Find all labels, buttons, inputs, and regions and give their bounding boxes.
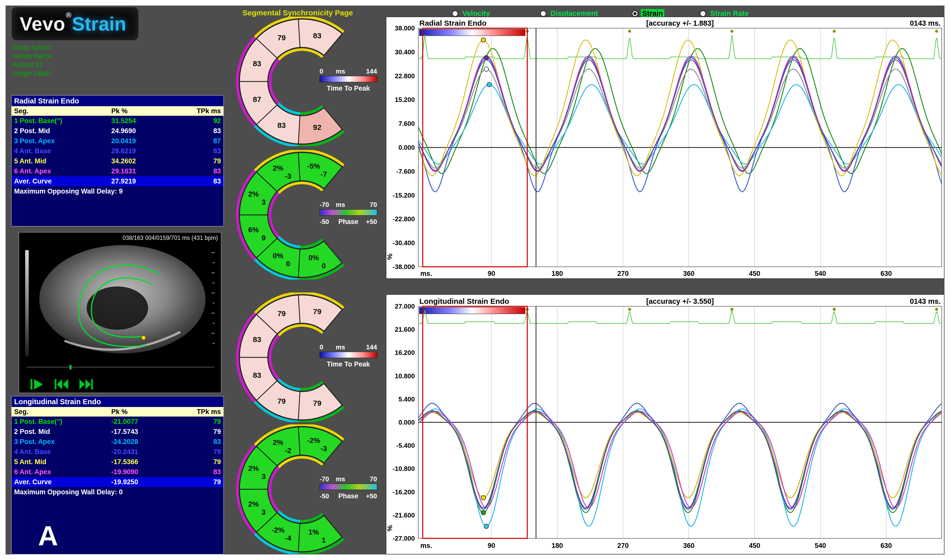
peak-value-cell: -20.2431 bbox=[111, 447, 176, 457]
svg-text:83: 83 bbox=[253, 59, 261, 68]
table-row[interactable]: 1 Post. Base(")31.525492 bbox=[12, 116, 224, 126]
svg-text:270: 270 bbox=[617, 542, 629, 549]
table-row[interactable]: Aver. Curve27.921983 bbox=[12, 176, 224, 186]
radio-icon[interactable] bbox=[632, 10, 638, 17]
time-to-peak-cell: 83 bbox=[175, 467, 221, 477]
time-to-peak-cell: 79 bbox=[175, 417, 221, 427]
segment-name-cell: 6 Ant. Apex bbox=[14, 467, 111, 477]
time-to-peak-cell: 79 bbox=[175, 447, 221, 457]
skip-back-button[interactable] bbox=[52, 378, 71, 391]
peak-value-cell: 31.5254 bbox=[111, 116, 176, 126]
table-row[interactable]: 2 Post. Mid24.969083 bbox=[12, 126, 224, 136]
svg-text:-27.000: -27.000 bbox=[393, 535, 415, 542]
svg-text:Phase: Phase bbox=[338, 492, 358, 500]
table-row[interactable]: Aver. Curve-19.925079 bbox=[12, 477, 224, 487]
svg-text:Phase: Phase bbox=[338, 218, 358, 226]
longitudinal-strain-table-panel: Longitudinal Strain Endo Seg. Pk % TPk m… bbox=[11, 396, 224, 554]
table-row[interactable]: 3 Post. Apex20.041987 bbox=[12, 136, 224, 146]
tgc-bar bbox=[25, 250, 29, 356]
svg-text:ms.: ms. bbox=[420, 542, 432, 549]
radial-strain-table-panel: Radial Strain Endo Seg. Pk % TPk ms 1 Po… bbox=[11, 95, 224, 226]
svg-text:3: 3 bbox=[261, 508, 265, 516]
y-axis-unit-label: % bbox=[386, 525, 394, 531]
time-to-peak-cell: 92 bbox=[175, 116, 221, 126]
peak-value-cell: -19.9090 bbox=[111, 467, 176, 477]
svg-text:Time To Peak: Time To Peak bbox=[327, 85, 370, 92]
radio-icon[interactable] bbox=[700, 10, 706, 17]
play-button[interactable] bbox=[28, 378, 47, 391]
svg-text:450: 450 bbox=[749, 542, 760, 549]
peak-value-cell: -21.0077 bbox=[111, 417, 176, 427]
cine-frame-caption: 038/163 004/0159/701 ms (431 bpm) bbox=[123, 235, 218, 242]
svg-text:-15.200: -15.200 bbox=[393, 192, 415, 199]
table-row[interactable]: 4 Ant. Base-20.243179 bbox=[12, 447, 224, 457]
col-header-seg: Seg. bbox=[14, 106, 111, 116]
radial-strain-chart-panel[interactable]: Radial Strain Endo[accuracy +/- 1.883]01… bbox=[386, 17, 944, 279]
segment-name-cell: 5 Ant. Mid bbox=[14, 457, 111, 467]
skip-forward-button[interactable] bbox=[76, 378, 96, 391]
svg-text:-38.000: -38.000 bbox=[393, 263, 415, 271]
vevo-strain-logo: Vevo ® Strain bbox=[12, 7, 139, 40]
peak-marker bbox=[487, 82, 492, 87]
radial-strain-chart[interactable]: Radial Strain Endo[accuracy +/- 1.883]01… bbox=[386, 17, 944, 278]
app-background: Vevo ® Strain Study Name: Series Name: A… bbox=[6, 6, 944, 554]
peak-value-cell: -17.5366 bbox=[111, 457, 176, 467]
table-row[interactable]: 5 Ant. Mid-17.536679 bbox=[12, 457, 224, 467]
logo-strain-text: Strain bbox=[72, 13, 126, 35]
bullseye-phase-radial: -5%-72%-32%36%90%00%0-70ms70-50Phase+50 bbox=[236, 150, 392, 280]
svg-text:-2%: -2% bbox=[271, 526, 285, 534]
time-to-peak-cell: 83 bbox=[175, 176, 221, 186]
svg-text:3: 3 bbox=[261, 198, 265, 206]
svg-text:+50: +50 bbox=[366, 492, 377, 500]
radial-table-title: Radial Strain Endo bbox=[12, 95, 224, 106]
tracking-point-marker bbox=[142, 336, 146, 340]
peak-value-cell: 28.6219 bbox=[111, 146, 176, 156]
svg-text:83: 83 bbox=[253, 335, 261, 343]
svg-text:ms: ms bbox=[336, 475, 345, 483]
time-to-peak-cell: 83 bbox=[175, 126, 221, 136]
table-row[interactable]: 3 Post. Apex-24.202883 bbox=[12, 437, 224, 447]
peak-marker bbox=[484, 524, 489, 529]
svg-text:-2%: -2% bbox=[307, 437, 320, 445]
svg-text:79: 79 bbox=[277, 397, 285, 405]
svg-text:-30.400: -30.400 bbox=[393, 239, 415, 247]
longitudinal-table-rows: 1 Post. Base(")-21.0077792 Post. Mid-17.… bbox=[12, 417, 224, 487]
table-row[interactable]: 2 Post. Mid-17.574379 bbox=[12, 427, 224, 437]
accuracy-label: [accuracy +/- 1.883] bbox=[646, 19, 714, 27]
chart-title: Longitudinal Strain Endo bbox=[419, 297, 509, 305]
series-name-label: Series Name: bbox=[12, 52, 54, 60]
segment-name-cell: 5 Ant. Mid bbox=[14, 156, 111, 166]
peak-value-cell: -24.2028 bbox=[111, 437, 176, 447]
strain-curve-1-post-base bbox=[418, 49, 942, 174]
svg-text:21.600: 21.600 bbox=[395, 326, 415, 333]
svg-text:15.200: 15.200 bbox=[395, 96, 415, 103]
svg-text:3: 3 bbox=[261, 472, 265, 480]
svg-text:-4: -4 bbox=[285, 534, 291, 542]
cine-scrubber-handle[interactable] bbox=[69, 365, 71, 369]
svg-text:79: 79 bbox=[277, 309, 285, 318]
col-header-tpk: TPk ms bbox=[175, 106, 221, 116]
svg-text:16.200: 16.200 bbox=[395, 349, 415, 356]
table-row[interactable]: 5 Ant. Mid34.260279 bbox=[12, 156, 224, 166]
longitudinal-strain-chart-panel[interactable]: Longitudinal Strain Endo[accuracy +/- 3.… bbox=[386, 294, 944, 554]
cine-scrubber-track[interactable] bbox=[27, 366, 214, 368]
ultrasound-cine-panel[interactable]: 038/163 004/0159/701 ms (431 bpm) bbox=[19, 232, 221, 393]
svg-text:70: 70 bbox=[370, 201, 377, 208]
radial-table-header: Seg. Pk % TPk ms bbox=[12, 106, 224, 116]
figure-panel-letter: A bbox=[38, 520, 58, 551]
longitudinal-strain-chart[interactable]: Longitudinal Strain Endo[accuracy +/- 3.… bbox=[386, 295, 944, 554]
svg-text:540: 540 bbox=[815, 270, 826, 277]
peak-value-cell: 29.1631 bbox=[111, 166, 176, 176]
svg-text:ms.: ms. bbox=[420, 270, 432, 277]
svg-text:0: 0 bbox=[322, 262, 325, 270]
table-row[interactable]: 6 Ant. Apex29.163183 bbox=[12, 166, 224, 176]
svg-text:0: 0 bbox=[319, 343, 323, 351]
radio-icon[interactable] bbox=[452, 10, 458, 17]
peak-marker bbox=[481, 38, 486, 42]
table-row[interactable]: 6 Ant. Apex-19.909083 bbox=[12, 467, 224, 477]
table-row[interactable]: 1 Post. Base(")-21.007779 bbox=[12, 417, 224, 427]
radio-icon[interactable] bbox=[540, 10, 546, 17]
svg-text:-21.600: -21.600 bbox=[393, 511, 415, 519]
time-to-peak-cell: 83 bbox=[175, 437, 221, 447]
table-row[interactable]: 4 Ant. Base28.621983 bbox=[12, 146, 224, 156]
